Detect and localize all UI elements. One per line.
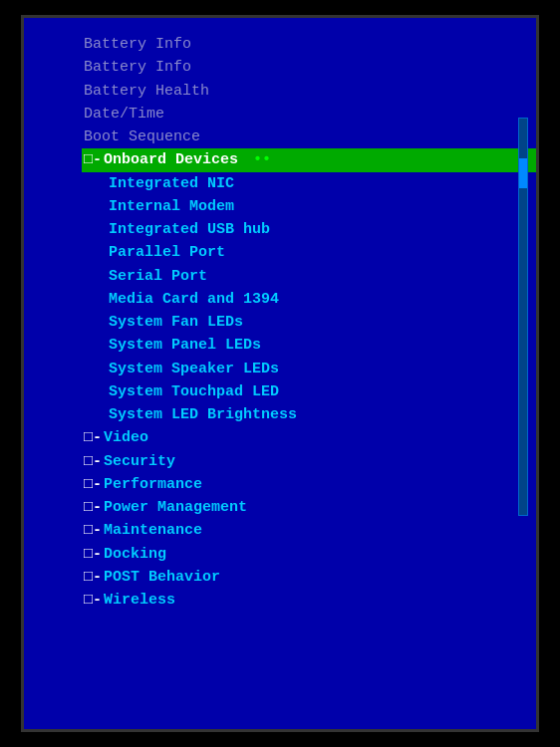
menu-item-power-management[interactable]: □-Power Management xyxy=(84,496,536,519)
expand-icon-video: □- xyxy=(84,429,102,446)
menu-item-system-touchpad[interactable]: System Touchpad LED xyxy=(84,380,536,403)
dots-onboard: •• xyxy=(244,151,271,168)
bios-screen: Battery Info Battery Info Battery Health… xyxy=(21,15,539,732)
menu-item-battery-info-top[interactable]: Battery Info xyxy=(84,33,536,56)
menu-item-system-fan[interactable]: System Fan LEDs xyxy=(84,311,536,334)
menu-item-internal-modem[interactable]: Internal Modem xyxy=(84,195,536,218)
menu-item-boot-sequence[interactable]: Boot Sequence xyxy=(84,125,536,148)
menu-item-integrated-nic[interactable]: Integrated NIC xyxy=(84,172,536,195)
expand-icon-onboard: □- xyxy=(84,151,102,168)
menu-item-wireless[interactable]: □-Wireless xyxy=(84,589,536,612)
menu-item-performance[interactable]: □-Performance xyxy=(84,473,536,496)
bios-menu: Battery Info Battery Info Battery Health… xyxy=(24,28,536,612)
menu-item-docking[interactable]: □-Docking xyxy=(84,543,536,566)
menu-item-video[interactable]: □-Video xyxy=(84,426,536,449)
menu-item-integrated-usb[interactable]: Integrated USB hub xyxy=(84,218,536,241)
scrollbar-thumb[interactable] xyxy=(519,158,527,188)
menu-item-onboard-devices[interactable]: □-Onboard Devices •• xyxy=(82,148,536,171)
scrollbar[interactable] xyxy=(518,118,528,516)
expand-icon-post: □- xyxy=(84,569,102,586)
menu-item-security[interactable]: □-Security xyxy=(84,450,536,473)
menu-item-maintenance[interactable]: □-Maintenance xyxy=(84,519,536,542)
expand-icon-security: □- xyxy=(84,453,102,470)
menu-item-battery-health[interactable]: Battery Health xyxy=(84,80,536,103)
menu-item-post-behavior[interactable]: □-POST Behavior xyxy=(84,566,536,589)
menu-item-date-time[interactable]: Date/Time xyxy=(84,103,536,125)
expand-icon-docking: □- xyxy=(84,546,102,563)
menu-item-battery-info[interactable]: Battery Info xyxy=(84,56,536,79)
expand-icon-wireless: □- xyxy=(84,592,102,609)
expand-icon-maintenance: □- xyxy=(84,522,102,539)
menu-item-serial-port[interactable]: Serial Port xyxy=(84,265,536,288)
menu-item-parallel-port[interactable]: Parallel Port xyxy=(84,241,536,264)
menu-item-system-led[interactable]: System LED Brightness xyxy=(84,403,536,426)
expand-icon-power: □- xyxy=(84,499,102,516)
menu-item-system-speaker[interactable]: System Speaker LEDs xyxy=(84,358,536,380)
expand-icon-performance: □- xyxy=(84,476,102,493)
menu-item-media-card[interactable]: Media Card and 1394 xyxy=(84,288,536,311)
menu-item-system-panel[interactable]: System Panel LEDs xyxy=(84,334,536,357)
